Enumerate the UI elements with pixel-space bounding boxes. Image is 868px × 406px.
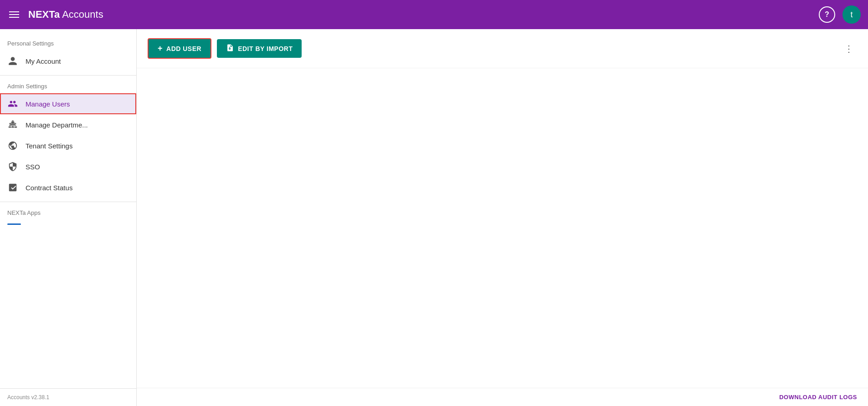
sidebar-item-tenant-settings-label: Tenant Settings — [26, 142, 72, 150]
sidebar-item-my-account-label: My Account — [26, 57, 61, 65]
person-icon — [7, 56, 18, 66]
sidebar-item-contract-status-label: Contract Status — [26, 184, 72, 192]
help-icon[interactable]: ? — [819, 6, 835, 23]
sidebar-item-manage-users-label: Manage Users — [26, 100, 70, 108]
admin-settings-label: Admin Settings — [0, 79, 136, 93]
sidebar-item-sso[interactable]: SSO — [0, 156, 136, 177]
divider-1 — [0, 75, 136, 76]
sidebar-item-sso-label: SSO — [26, 163, 40, 171]
divider-2 — [0, 202, 136, 202]
globe-icon — [7, 141, 18, 151]
sidebar: Personal Settings My Account Admin Setti… — [0, 29, 137, 406]
download-audit-logs-link[interactable]: DOWNLOAD AUDIT LOGS — [779, 394, 857, 401]
contract-icon — [7, 183, 18, 193]
content-area: + ADD USER EDIT BY IMPORT ⋮ DOWNLOAD AUD… — [137, 29, 868, 406]
menu-icon[interactable] — [7, 10, 21, 20]
nexta-apps-bar — [7, 223, 21, 225]
sidebar-scroll: Personal Settings My Account Admin Setti… — [0, 29, 136, 388]
shield-icon — [7, 162, 18, 172]
main-layout: Personal Settings My Account Admin Setti… — [0, 29, 868, 406]
sidebar-item-my-account[interactable]: My Account — [0, 51, 136, 71]
avatar[interactable]: t — [842, 5, 861, 24]
sidebar-item-tenant-settings[interactable]: Tenant Settings — [0, 135, 136, 156]
org-icon — [7, 120, 18, 130]
content-toolbar: + ADD USER EDIT BY IMPORT ⋮ — [137, 29, 868, 68]
sidebar-item-manage-departments[interactable]: Manage Departme... — [0, 114, 136, 135]
content-body — [137, 68, 868, 388]
sidebar-item-manage-users[interactable]: Manage Users — [0, 93, 136, 114]
people-icon — [7, 99, 18, 109]
add-user-button[interactable]: + ADD USER — [148, 38, 211, 59]
more-options-icon[interactable]: ⋮ — [841, 41, 857, 56]
nexta-apps-label: NEXTa Apps — [0, 206, 136, 220]
content-footer: DOWNLOAD AUDIT LOGS — [137, 388, 868, 406]
sidebar-item-contract-status[interactable]: Contract Status — [0, 177, 136, 198]
plus-icon: + — [158, 44, 163, 53]
sidebar-item-manage-departments-label: Manage Departme... — [26, 121, 88, 129]
import-icon — [226, 44, 234, 53]
nav-right-actions: ? t — [819, 5, 861, 24]
edit-by-import-button[interactable]: EDIT BY IMPORT — [217, 39, 302, 58]
personal-settings-label: Personal Settings — [0, 36, 136, 51]
top-navigation: NEXTa Accounts ? t — [0, 0, 868, 29]
app-title: NEXTa Accounts — [28, 9, 812, 20]
sidebar-version: Accounts v2.38.1 — [0, 388, 136, 406]
